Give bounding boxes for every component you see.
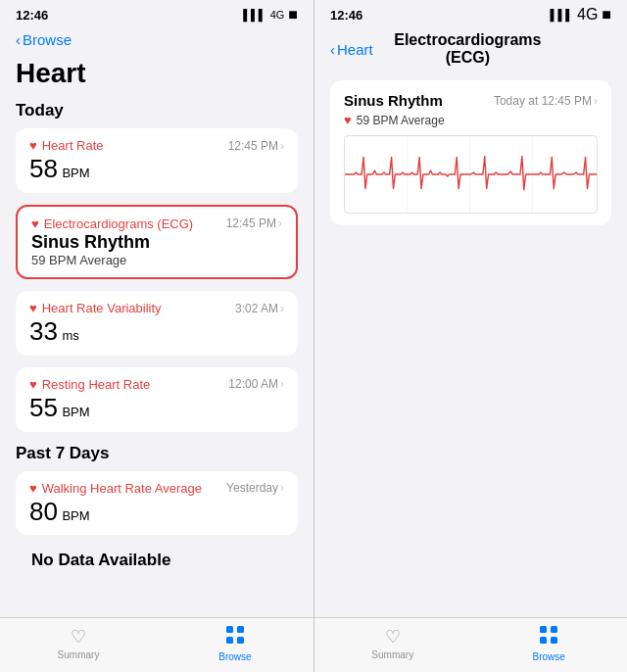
left-tab-browse[interactable]: Browse <box>157 625 314 662</box>
right-browse-tab-label: Browse <box>533 651 565 662</box>
right-panel: 12:46 ▌▌▌ 4G ■ ‹ Heart Electrocardiogram… <box>314 0 627 672</box>
ecg-sinus-title: Sinus Rhythm <box>344 92 443 109</box>
browse-tab-label: Browse <box>218 651 251 662</box>
ecg-detail-time-label: Today at 12:45 PM <box>494 94 592 108</box>
right-tab-bar: ♡ Summary Browse <box>314 617 627 672</box>
walking-hr-chevron-icon: › <box>280 481 284 495</box>
left-status-bar: 12:46 ▌▌▌ 4G ■ <box>0 0 314 27</box>
summary-tab-label: Summary <box>58 649 100 660</box>
ecg-item[interactable]: ♥ Electrocardiograms (ECG) 12:45 PM › Si… <box>18 207 296 278</box>
heart-rate-name: Heart Rate <box>42 138 104 153</box>
svg-rect-0 <box>226 626 233 633</box>
ecg-time: 12:45 PM › <box>226 216 282 230</box>
svg-rect-3 <box>237 637 244 644</box>
left-tab-bar: ♡ Summary Browse <box>0 617 314 672</box>
browse-back-button[interactable]: ‹ Browse <box>16 31 298 48</box>
hrv-card[interactable]: ♥ Heart Rate Variability 3:02 AM › 33 ms <box>16 291 298 356</box>
svg-rect-1 <box>237 626 244 633</box>
no-data-label: No Data Available <box>16 547 298 578</box>
right-summary-tab-label: Summary <box>371 649 413 660</box>
hrv-item[interactable]: ♥ Heart Rate Variability 3:02 AM › 33 ms <box>16 291 298 356</box>
resting-hr-heart-icon: ♥ <box>29 377 37 392</box>
heart-rate-time: 12:45 PM › <box>228 139 284 153</box>
heart-rate-value: 58 <box>29 154 58 183</box>
ecg-header: ♥ Electrocardiograms (ECG) 12:45 PM › <box>31 216 282 231</box>
right-browse-icon <box>539 625 558 649</box>
svg-rect-11 <box>551 637 557 644</box>
right-summary-icon: ♡ <box>385 626 401 648</box>
left-signal-label: 4G <box>270 9 285 21</box>
heart-rate-header: ♥ Heart Rate 12:45 PM › <box>29 138 284 153</box>
walking-hr-time: Yesterday › <box>226 481 284 495</box>
ecg-time-label: 12:45 PM <box>226 216 276 230</box>
ecg-bpm-row: ♥ 59 BPM Average <box>344 113 598 127</box>
battery-icon: ■ <box>288 6 298 24</box>
hrv-time-label: 3:02 AM <box>235 302 278 315</box>
back-chevron-icon: ‹ <box>16 31 21 48</box>
resting-hr-time: 12:00 AM › <box>228 377 284 391</box>
heart-rate-item[interactable]: ♥ Heart Rate 12:45 PM › 58 BPM <box>16 128 298 193</box>
right-tab-browse[interactable]: Browse <box>471 625 628 662</box>
heart-back-button[interactable]: ‹ Heart <box>330 41 373 58</box>
resting-hr-card[interactable]: ♥ Resting Heart Rate 12:00 AM › 55 BPM <box>16 367 298 432</box>
ecg-detail-time: Today at 12:45 PM › <box>494 94 598 108</box>
walking-hr-name: Walking Heart Rate Average <box>42 481 202 496</box>
walking-hr-time-label: Yesterday <box>226 481 278 495</box>
ecg-svg <box>345 136 597 213</box>
right-battery-icon: ■ <box>602 6 611 24</box>
right-nav-bar: ‹ Heart Electrocardiograms (ECG) <box>314 27 627 72</box>
right-signal-label: 4G <box>577 6 598 24</box>
scroll-content: Today ♥ Heart Rate 12:45 PM › 58 BPM <box>0 97 314 672</box>
ecg-left: ♥ Electrocardiograms (ECG) <box>31 216 193 231</box>
today-section-label: Today <box>16 101 298 120</box>
walking-hr-left: ♥ Walking Heart Rate Average <box>29 481 202 496</box>
right-time: 12:46 <box>330 8 362 23</box>
resting-hr-chevron-icon: › <box>280 377 284 391</box>
ecg-heart-icon: ♥ <box>31 216 39 231</box>
ecg-detail-card[interactable]: Sinus Rhythm Today at 12:45 PM › ♥ 59 BP… <box>330 80 611 225</box>
past7-section-label: Past 7 Days <box>16 444 298 463</box>
resting-hr-item[interactable]: ♥ Resting Heart Rate 12:00 AM › 55 BPM <box>16 367 298 432</box>
hrv-value-row: 33 ms <box>29 317 284 346</box>
hrv-header: ♥ Heart Rate Variability 3:02 AM › <box>29 301 284 315</box>
ecg-rhythm-value: Sinus Rhythm <box>31 233 282 253</box>
back-label: Browse <box>23 31 72 48</box>
hrv-chevron-icon: › <box>280 302 284 315</box>
svg-rect-9 <box>551 626 557 633</box>
walking-hr-item[interactable]: ♥ Walking Heart Rate Average Yesterday ›… <box>16 471 298 536</box>
ecg-chart <box>344 135 598 214</box>
hrv-left: ♥ Heart Rate Variability <box>29 301 162 315</box>
resting-hr-value: 55 <box>29 393 58 422</box>
hrv-time: 3:02 AM › <box>235 302 284 315</box>
heart-rate-left: ♥ Heart Rate <box>29 138 104 153</box>
heart-rate-value-row: 58 BPM <box>29 155 284 183</box>
walking-hr-card[interactable]: ♥ Walking Heart Rate Average Yesterday ›… <box>16 471 298 536</box>
walking-hr-value: 80 <box>29 497 58 526</box>
resting-hr-header: ♥ Resting Heart Rate 12:00 AM › <box>29 377 284 392</box>
svg-rect-2 <box>226 637 233 644</box>
right-back-label: Heart <box>337 41 373 58</box>
summary-icon: ♡ <box>71 626 86 648</box>
ecg-card[interactable]: ♥ Electrocardiograms (ECG) 12:45 PM › Si… <box>16 205 298 280</box>
resting-hr-name: Resting Heart Rate <box>42 377 151 392</box>
resting-hr-unit: BPM <box>62 405 89 419</box>
signal-icon: ▌▌▌ <box>243 9 265 21</box>
right-tab-summary[interactable]: ♡ Summary <box>314 626 471 660</box>
right-back-chevron-icon: ‹ <box>330 41 335 58</box>
ecg-bpm-label: 59 BPM Average <box>357 114 445 127</box>
heart-rate-card[interactable]: ♥ Heart Rate 12:45 PM › 58 BPM <box>16 128 298 193</box>
right-status-bar: 12:46 ▌▌▌ 4G ■ <box>314 0 627 27</box>
left-panel: 12:46 ▌▌▌ 4G ■ ‹ Browse Heart Today ♥ He… <box>0 0 314 672</box>
ecg-detail-header: Sinus Rhythm Today at 12:45 PM › <box>344 92 598 109</box>
heart-rate-chevron-icon: › <box>280 139 284 153</box>
heart-rate-heart-icon: ♥ <box>29 138 37 153</box>
right-signal-icon: ▌▌▌ <box>551 9 573 21</box>
left-nav-bar: ‹ Browse <box>0 27 314 54</box>
left-tab-summary[interactable]: ♡ Summary <box>0 626 157 660</box>
ecg-bpm-heart-icon: ♥ <box>344 113 352 127</box>
resting-hr-left: ♥ Resting Heart Rate <box>29 377 150 392</box>
walking-hr-heart-icon: ♥ <box>29 481 37 496</box>
hrv-heart-icon: ♥ <box>29 301 37 315</box>
walking-hr-header: ♥ Walking Heart Rate Average Yesterday › <box>29 481 284 496</box>
hrv-name: Heart Rate Variability <box>42 301 162 315</box>
